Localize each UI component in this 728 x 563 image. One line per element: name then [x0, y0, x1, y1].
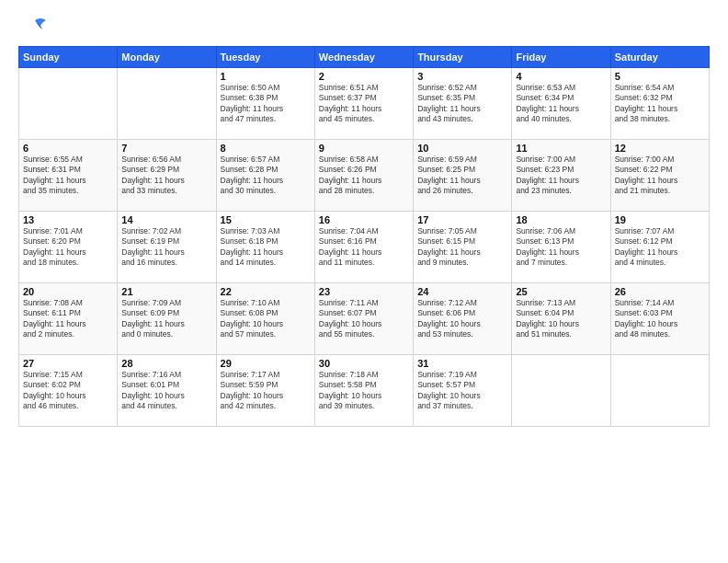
table-row: 25Sunrise: 7:13 AM Sunset: 6:04 PM Dayli…: [512, 283, 610, 355]
day-number: 3: [417, 71, 507, 82]
day-number: 19: [615, 214, 705, 225]
table-row: 6Sunrise: 6:55 AM Sunset: 6:31 PM Daylig…: [19, 140, 118, 212]
table-row: 12Sunrise: 7:00 AM Sunset: 6:22 PM Dayli…: [610, 140, 709, 212]
logo-bird-icon: [22, 17, 48, 37]
day-info: Sunrise: 7:12 AM Sunset: 6:06 PM Dayligh…: [417, 298, 507, 340]
calendar-week-row: 6Sunrise: 6:55 AM Sunset: 6:31 PM Daylig…: [19, 140, 710, 212]
day-number: 28: [121, 358, 211, 369]
day-info: Sunrise: 7:19 AM Sunset: 5:57 PM Dayligh…: [417, 370, 507, 412]
day-info: Sunrise: 7:05 AM Sunset: 6:15 PM Dayligh…: [417, 226, 507, 269]
table-row: [512, 355, 610, 427]
day-info: Sunrise: 7:00 AM Sunset: 6:22 PM Dayligh…: [615, 155, 705, 197]
day-number: 23: [319, 286, 409, 297]
day-number: 12: [615, 143, 705, 154]
day-number: 30: [319, 358, 409, 369]
day-info: Sunrise: 7:03 AM Sunset: 6:18 PM Dayligh…: [221, 226, 311, 269]
calendar-table: Sunday Monday Tuesday Wednesday Thursday…: [18, 46, 710, 427]
day-info: Sunrise: 7:15 AM Sunset: 6:02 PM Dayligh…: [23, 370, 113, 412]
table-row: 14Sunrise: 7:02 AM Sunset: 6:19 PM Dayli…: [118, 212, 216, 283]
table-row: 29Sunrise: 7:17 AM Sunset: 5:59 PM Dayli…: [216, 355, 314, 427]
table-row: 10Sunrise: 6:59 AM Sunset: 6:25 PM Dayli…: [414, 140, 512, 212]
calendar-week-row: 27Sunrise: 7:15 AM Sunset: 6:02 PM Dayli…: [19, 355, 710, 427]
table-row: 23Sunrise: 7:11 AM Sunset: 6:07 PM Dayli…: [314, 283, 413, 355]
day-number: 27: [23, 358, 113, 369]
table-row: 2Sunrise: 6:51 AM Sunset: 6:37 PM Daylig…: [314, 68, 413, 140]
day-info: Sunrise: 6:58 AM Sunset: 6:26 PM Dayligh…: [319, 155, 409, 197]
table-row: 21Sunrise: 7:09 AM Sunset: 6:09 PM Dayli…: [118, 283, 216, 355]
day-info: Sunrise: 6:50 AM Sunset: 6:38 PM Dayligh…: [221, 83, 311, 125]
table-row: 5Sunrise: 6:54 AM Sunset: 6:32 PM Daylig…: [610, 68, 709, 140]
table-row: 24Sunrise: 7:12 AM Sunset: 6:06 PM Dayli…: [414, 283, 512, 355]
table-row: [19, 68, 118, 140]
table-row: 17Sunrise: 7:05 AM Sunset: 6:15 PM Dayli…: [414, 212, 512, 283]
day-number: 17: [417, 214, 507, 225]
day-number: 10: [417, 143, 507, 154]
day-number: 13: [23, 214, 113, 225]
table-row: [610, 355, 709, 427]
table-row: [118, 68, 216, 140]
col-saturday: Saturday: [610, 47, 709, 68]
calendar-header-row: Sunday Monday Tuesday Wednesday Thursday…: [19, 47, 710, 68]
col-thursday: Thursday: [414, 47, 512, 68]
day-number: 2: [319, 71, 409, 82]
day-number: 16: [319, 214, 409, 225]
calendar-week-row: 13Sunrise: 7:01 AM Sunset: 6:20 PM Dayli…: [19, 212, 710, 283]
day-number: 29: [221, 358, 311, 369]
table-row: 4Sunrise: 6:53 AM Sunset: 6:34 PM Daylig…: [512, 68, 610, 140]
day-info: Sunrise: 7:13 AM Sunset: 6:04 PM Dayligh…: [516, 298, 606, 340]
day-number: 6: [23, 143, 113, 154]
day-info: Sunrise: 7:04 AM Sunset: 6:16 PM Dayligh…: [319, 226, 409, 269]
table-row: 3Sunrise: 6:52 AM Sunset: 6:35 PM Daylig…: [414, 68, 512, 140]
day-info: Sunrise: 7:18 AM Sunset: 5:58 PM Dayligh…: [319, 370, 409, 412]
day-info: Sunrise: 7:02 AM Sunset: 6:19 PM Dayligh…: [121, 226, 211, 269]
day-number: 11: [516, 143, 606, 154]
day-info: Sunrise: 6:52 AM Sunset: 6:35 PM Dayligh…: [417, 83, 507, 125]
table-row: 9Sunrise: 6:58 AM Sunset: 6:26 PM Daylig…: [314, 140, 413, 212]
day-number: 18: [516, 214, 606, 225]
day-number: 14: [121, 214, 211, 225]
col-sunday: Sunday: [19, 47, 118, 68]
day-info: Sunrise: 7:14 AM Sunset: 6:03 PM Dayligh…: [615, 298, 705, 340]
day-number: 9: [319, 143, 409, 154]
day-info: Sunrise: 7:08 AM Sunset: 6:11 PM Dayligh…: [23, 298, 113, 340]
day-info: Sunrise: 7:09 AM Sunset: 6:09 PM Dayligh…: [121, 298, 211, 340]
day-info: Sunrise: 7:00 AM Sunset: 6:23 PM Dayligh…: [516, 155, 606, 197]
day-number: 20: [23, 286, 113, 297]
table-row: 7Sunrise: 6:56 AM Sunset: 6:29 PM Daylig…: [118, 140, 216, 212]
header: [18, 17, 710, 35]
calendar-week-row: 20Sunrise: 7:08 AM Sunset: 6:11 PM Dayli…: [19, 283, 710, 355]
table-row: 31Sunrise: 7:19 AM Sunset: 5:57 PM Dayli…: [414, 355, 512, 427]
day-info: Sunrise: 6:53 AM Sunset: 6:34 PM Dayligh…: [516, 83, 606, 125]
page: Sunday Monday Tuesday Wednesday Thursday…: [0, 0, 728, 436]
day-number: 31: [417, 358, 507, 369]
table-row: 1Sunrise: 6:50 AM Sunset: 6:38 PM Daylig…: [216, 68, 314, 140]
day-info: Sunrise: 7:10 AM Sunset: 6:08 PM Dayligh…: [221, 298, 311, 340]
day-number: 25: [516, 286, 606, 297]
day-info: Sunrise: 6:51 AM Sunset: 6:37 PM Dayligh…: [319, 83, 409, 125]
day-info: Sunrise: 7:06 AM Sunset: 6:13 PM Dayligh…: [516, 226, 606, 269]
day-number: 5: [615, 71, 705, 82]
col-tuesday: Tuesday: [216, 47, 314, 68]
day-number: 26: [615, 286, 705, 297]
day-info: Sunrise: 7:01 AM Sunset: 6:20 PM Dayligh…: [23, 226, 113, 269]
day-info: Sunrise: 7:17 AM Sunset: 5:59 PM Dayligh…: [221, 370, 311, 412]
table-row: 15Sunrise: 7:03 AM Sunset: 6:18 PM Dayli…: [216, 212, 314, 283]
col-wednesday: Wednesday: [314, 47, 413, 68]
day-number: 8: [221, 143, 311, 154]
day-info: Sunrise: 7:16 AM Sunset: 6:01 PM Dayligh…: [121, 370, 211, 412]
table-row: 30Sunrise: 7:18 AM Sunset: 5:58 PM Dayli…: [314, 355, 413, 427]
day-number: 4: [516, 71, 606, 82]
day-info: Sunrise: 6:54 AM Sunset: 6:32 PM Dayligh…: [615, 83, 705, 125]
day-info: Sunrise: 6:56 AM Sunset: 6:29 PM Dayligh…: [121, 155, 211, 197]
col-monday: Monday: [118, 47, 216, 68]
table-row: 20Sunrise: 7:08 AM Sunset: 6:11 PM Dayli…: [19, 283, 118, 355]
day-number: 22: [221, 286, 311, 297]
day-info: Sunrise: 6:57 AM Sunset: 6:28 PM Dayligh…: [221, 155, 311, 197]
table-row: 22Sunrise: 7:10 AM Sunset: 6:08 PM Dayli…: [216, 283, 314, 355]
table-row: 13Sunrise: 7:01 AM Sunset: 6:20 PM Dayli…: [19, 212, 118, 283]
table-row: 16Sunrise: 7:04 AM Sunset: 6:16 PM Dayli…: [314, 212, 413, 283]
day-number: 7: [121, 143, 211, 154]
table-row: 19Sunrise: 7:07 AM Sunset: 6:12 PM Dayli…: [610, 212, 709, 283]
day-info: Sunrise: 6:55 AM Sunset: 6:31 PM Dayligh…: [23, 155, 113, 197]
table-row: 11Sunrise: 7:00 AM Sunset: 6:23 PM Dayli…: [512, 140, 610, 212]
